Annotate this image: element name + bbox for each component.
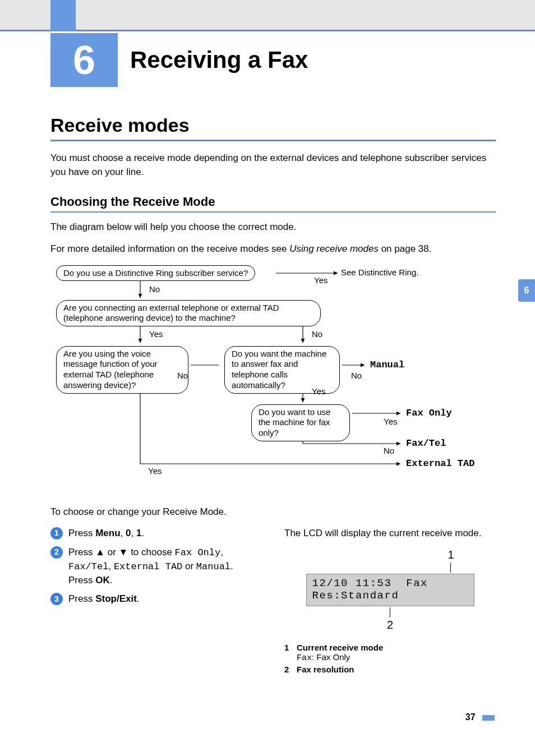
s1-sep1: , — [121, 528, 126, 538]
step-2-bullet: 2 — [50, 546, 63, 559]
s2-post: to choose — [128, 547, 174, 557]
s1-k1: 1 — [136, 528, 141, 538]
callout-2-line — [390, 607, 390, 617]
s3-btn: Stop/Exit — [95, 593, 137, 604]
s2-end: . — [230, 561, 233, 571]
callout-2: 2 — [387, 619, 393, 631]
chapter-header: 6 Receiving a Fax — [50, 33, 308, 87]
p2-post: on page 38. — [379, 243, 432, 254]
left-column: 1 Press Menu, 0, 1. 2 Press ▲ or ▼ to ch… — [50, 527, 262, 675]
s2-opt4: Manual — [196, 561, 230, 572]
s2-c2: , — [108, 561, 113, 571]
s2-opt1: Fax Only — [175, 547, 221, 558]
q1-result: See Distinctive Ring. — [341, 268, 418, 277]
lcd-wrap: 1 12/10 11:53 Fax Res:Standard 2 — [306, 548, 474, 631]
s2-press: Press — [68, 575, 95, 586]
s1-end: . — [141, 528, 144, 538]
section-title: Receive modes — [50, 114, 496, 141]
q3-yes-label: Yes — [148, 466, 162, 476]
lcd-screen: 12/10 11:53 Fax Res:Standard — [306, 574, 474, 606]
s2-opt3: External TAD — [114, 561, 182, 572]
step-2: 2 Press ▲ or ▼ to choose Fax Only, Fax/T… — [50, 546, 262, 587]
subsection-p2: For more detailed information on the rec… — [50, 242, 496, 256]
header-blue-tab — [50, 0, 76, 31]
q1-yes-label: Yes — [314, 275, 328, 285]
s2-pend: . — [110, 575, 113, 586]
right-column: The LCD will display the current receive… — [284, 527, 496, 675]
q3-oval: Are you using the voice message function… — [56, 346, 188, 394]
s3-end: . — [137, 593, 140, 604]
s2-pre: Press — [68, 547, 95, 557]
q3-no-label: No — [177, 371, 188, 380]
s3-pre: Press — [68, 593, 95, 604]
step-3-body: Press Stop/Exit. — [68, 592, 262, 606]
legend-2-title: Fax resolution — [297, 665, 354, 674]
q2-yes-label: Yes — [149, 329, 163, 339]
page-number-accent — [482, 715, 495, 721]
side-tab: 6 — [518, 279, 535, 302]
lcd-line-1: 12/10 11:53 Fax — [312, 577, 428, 589]
page-number-value: 37 — [465, 712, 476, 722]
callout-1: 1 — [448, 548, 454, 561]
page-content: Receive modes You must choose a receive … — [50, 107, 496, 676]
down-arrow-icon: ▼ — [119, 547, 128, 557]
s1-k0: 0 — [126, 528, 131, 538]
subsection-p1: The diagram below will help you choose t… — [50, 220, 496, 234]
step-2-body: Press ▲ or ▼ to choose Fax Only, Fax/Tel… — [68, 546, 262, 587]
legend-1: 1 Current receive mode Fax: Fax Only — [284, 643, 496, 663]
s2-opt2: Fax/Tel — [68, 561, 108, 572]
header-stripe — [0, 0, 535, 31]
two-column-row: 1 Press Menu, 0, 1. 2 Press ▲ or ▼ to ch… — [50, 527, 496, 675]
step-1: 1 Press Menu, 0, 1. — [50, 527, 262, 540]
result-exttad: External TAD — [406, 458, 474, 469]
q1-no-label: No — [149, 284, 160, 294]
step-3: 3 Press Stop/Exit. — [50, 592, 262, 606]
step-1-bullet: 1 — [50, 527, 63, 540]
callout-1-line — [450, 563, 451, 573]
steps-intro: To choose or change your Receive Mode. — [50, 505, 496, 519]
step-1-body: Press Menu, 0, 1. — [68, 527, 262, 540]
section-intro: You must choose a receive mode depending… — [50, 151, 496, 179]
legend-1-code: Fax — [297, 653, 312, 663]
q5-yes-label: Yes — [384, 417, 397, 426]
up-arrow-icon: ▲ — [95, 547, 105, 557]
chapter-number-box: 6 — [50, 33, 118, 87]
p2-link: Using receive modes — [289, 243, 379, 254]
result-manual: Manual — [370, 359, 404, 370]
result-faxonly: Fax Only — [406, 408, 452, 418]
lcd-line-2: Res:Standard — [312, 589, 399, 602]
s2-ok: OK — [95, 575, 110, 586]
legend-1-num: 1 — [284, 643, 297, 663]
rightcol-intro: The LCD will display the current receive… — [284, 527, 496, 541]
s1-menu: Menu — [95, 528, 120, 538]
legend-1-title: Current receive mode — [297, 643, 383, 652]
q4-yes-label: Yes — [312, 386, 325, 396]
s1-sep2: , — [131, 528, 136, 538]
q2-no-label: No — [312, 329, 322, 339]
legend-2: 2 Fax resolution — [284, 665, 496, 674]
legend-1-body: Current receive mode Fax: Fax Only — [297, 643, 383, 663]
chapter-title: Receiving a Fax — [130, 47, 308, 73]
p2-pre: For more detailed information on the rec… — [50, 243, 289, 254]
s1-pre: Press — [68, 528, 95, 538]
q2-oval: Are you connecting an external telephone… — [56, 300, 321, 327]
q5-no-label: No — [384, 446, 394, 455]
s2-or: or — [182, 561, 196, 571]
page-number: 37 — [465, 712, 495, 722]
s2-mid: or — [105, 547, 119, 557]
flowchart-diagram: Do you use a Distinctive Ring subscriber… — [50, 264, 494, 483]
q1-oval: Do you use a Distinctive Ring subscriber… — [56, 265, 255, 282]
legend-1-desc: : Fax Only — [312, 652, 350, 662]
s2-c1: , — [220, 547, 223, 557]
step-3-bullet: 3 — [50, 593, 63, 605]
legend-2-num: 2 — [284, 665, 297, 674]
q5-oval: Do you want to use the machine for fax o… — [251, 404, 350, 441]
q4-no-label: No — [351, 371, 362, 380]
subsection-title: Choosing the Receive Mode — [50, 195, 496, 213]
result-faxtel: Fax/Tel — [406, 438, 446, 449]
